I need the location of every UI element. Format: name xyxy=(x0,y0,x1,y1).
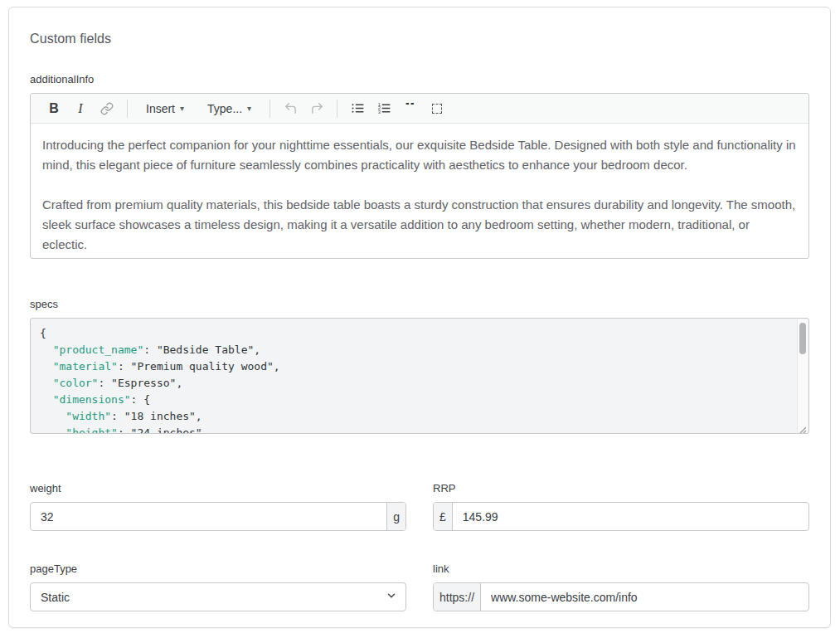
rte-paragraph: Crafted from premium quality materials, … xyxy=(42,195,797,255)
link-label: link xyxy=(433,563,809,575)
numbered-list-icon: 123 xyxy=(377,101,391,115)
redo-icon xyxy=(310,101,324,115)
dashed-square-button[interactable] xyxy=(429,99,445,119)
weight-input[interactable] xyxy=(31,503,386,530)
specs-code-editor[interactable]: { "product_name": "Bedside Table", "mate… xyxy=(30,318,809,434)
weight-unit-addon: g xyxy=(386,503,405,530)
additionalinfo-label: additionalInfo xyxy=(30,73,809,85)
rrp-input[interactable] xyxy=(453,503,808,530)
scrollbar-track[interactable] xyxy=(797,319,808,432)
type-dropdown[interactable]: Type... ▾ xyxy=(202,99,256,119)
pagetype-select[interactable]: Static xyxy=(30,582,406,611)
pagetype-select-wrap: Static xyxy=(30,582,406,611)
numbered-list-button[interactable]: 123 xyxy=(376,99,392,119)
insert-dropdown[interactable]: Insert ▾ xyxy=(141,99,189,119)
link-button[interactable] xyxy=(99,99,115,119)
insert-dropdown-label: Insert xyxy=(146,102,175,115)
weight-rrp-row: weight g RRP £ xyxy=(30,482,809,531)
toolbar-divider xyxy=(127,100,128,118)
svg-text:3: 3 xyxy=(377,110,380,114)
bold-button[interactable]: B xyxy=(46,99,62,119)
caret-down-icon: ▾ xyxy=(247,105,251,113)
rich-text-editor: B I Insert ▾ Type... ▾ xyxy=(30,93,809,259)
resize-handle-icon[interactable] xyxy=(798,422,807,431)
undo-button[interactable] xyxy=(282,99,299,119)
rte-content[interactable]: Introducing the perfect companion for yo… xyxy=(31,124,808,258)
toolbar-divider xyxy=(337,100,337,118)
caret-down-icon: ▾ xyxy=(180,105,184,113)
italic-button[interactable]: I xyxy=(72,99,89,119)
protocol-addon: https:// xyxy=(434,583,481,611)
link-input[interactable] xyxy=(481,583,808,611)
rrp-label: RRP xyxy=(433,482,809,494)
specs-code: { "product_name": "Bedside Table", "mate… xyxy=(31,319,808,434)
redo-button[interactable] xyxy=(308,99,325,119)
link-input-group: https:// xyxy=(433,582,809,611)
weight-input-group: g xyxy=(30,502,406,531)
panel-title: Custom fields xyxy=(30,32,809,46)
blockquote-button[interactable]: “ xyxy=(402,99,419,119)
scrollbar-thumb[interactable] xyxy=(799,323,806,354)
blockquote-icon: “ xyxy=(405,103,417,114)
rte-toolbar: B I Insert ▾ Type... ▾ xyxy=(31,94,808,124)
dashed-square-icon xyxy=(432,104,442,114)
field-link: link https:// xyxy=(433,563,809,611)
field-rrp: RRP £ xyxy=(433,482,809,531)
pagetype-label: pageType xyxy=(30,563,406,575)
toolbar-divider xyxy=(269,100,270,118)
custom-fields-panel: Custom fields additionalInfo B I Insert … xyxy=(8,7,831,628)
pagetype-link-row: pageType Static link https:// xyxy=(30,563,809,611)
specs-label: specs xyxy=(30,298,809,310)
rte-paragraph: Introducing the perfect companion for yo… xyxy=(42,135,797,175)
link-icon xyxy=(100,102,114,115)
currency-addon: £ xyxy=(434,503,453,530)
field-weight: weight g xyxy=(30,482,406,531)
undo-icon xyxy=(284,101,298,115)
bullet-list-button[interactable] xyxy=(349,99,366,119)
weight-label: weight xyxy=(30,482,406,494)
bullet-list-icon xyxy=(351,101,365,115)
type-dropdown-label: Type... xyxy=(207,102,242,115)
field-pagetype: pageType Static xyxy=(30,563,406,611)
rrp-input-group: £ xyxy=(433,502,809,531)
